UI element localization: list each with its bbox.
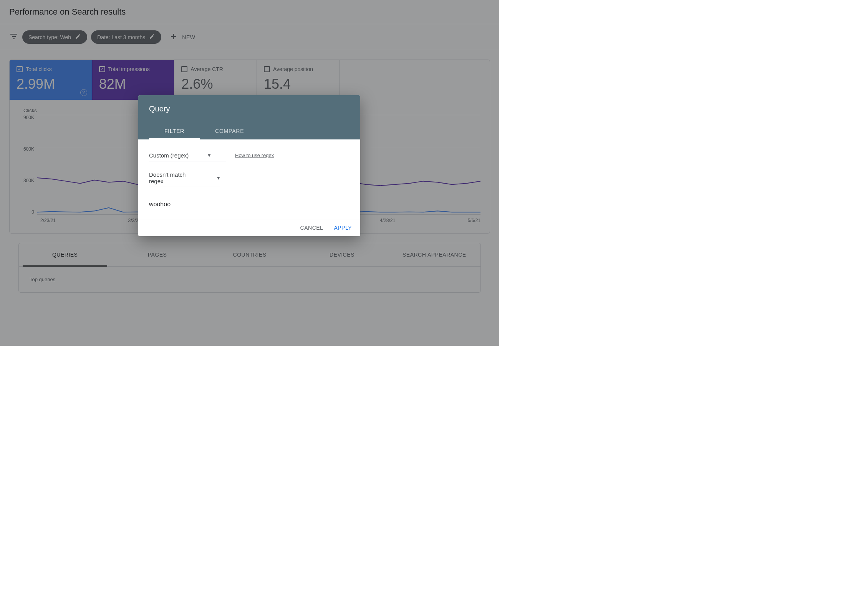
dialog-tab-compare[interactable]: COMPARE [200, 123, 259, 139]
select-filter-mode-label: Custom (regex) [149, 152, 189, 159]
select-match-type[interactable]: Doesn't match regex ▾ [149, 169, 220, 187]
dialog-tab-filter[interactable]: FILTER [149, 123, 200, 139]
dialog-title: Query [149, 104, 350, 113]
select-match-type-label: Doesn't match regex [149, 171, 198, 184]
apply-button[interactable]: APPLY [334, 225, 352, 231]
cancel-button[interactable]: CANCEL [300, 225, 323, 231]
caret-down-icon: ▾ [217, 174, 220, 181]
caret-down-icon: ▾ [208, 152, 211, 159]
regex-input[interactable] [149, 198, 350, 211]
select-filter-mode[interactable]: Custom (regex) ▾ [149, 149, 226, 161]
query-dialog: Query FILTER COMPARE Custom (regex) ▾ Ho… [138, 95, 360, 236]
regex-help-link[interactable]: How to use regex [235, 152, 274, 158]
